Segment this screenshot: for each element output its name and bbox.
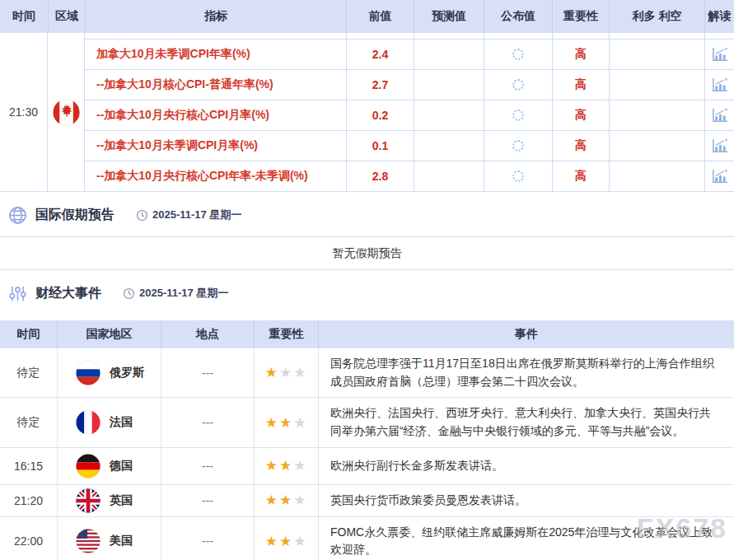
events-section-title: 财经大事件	[35, 285, 101, 302]
col-header-importance: 重要性	[552, 0, 609, 33]
event-row: 21:20英国---★★★英国央行货币政策委员曼恩发表讲话。	[0, 484, 734, 516]
country-name: 德国	[110, 459, 133, 474]
chart-icon[interactable]	[704, 70, 734, 100]
event-country: 法国	[57, 398, 161, 446]
event-importance: ★★★	[254, 448, 318, 484]
event-time: 22:00	[0, 517, 57, 560]
event-location: ---	[161, 485, 254, 516]
release-time: 21:30	[0, 33, 48, 191]
importance-value: 高	[552, 100, 609, 130]
globe-icon	[8, 206, 27, 225]
holiday-section-title: 国际假期预告	[35, 207, 115, 224]
published-value	[484, 40, 552, 69]
indicator-cell	[85, 33, 346, 39]
event-description: FOMC永久票委、纽约联储主席威廉姆斯在2025年治理与文化改革会议上致欢迎辞。	[318, 517, 734, 560]
importance-value: 高	[552, 131, 609, 161]
holiday-date-text: 2025-11-17 星期一	[152, 208, 241, 222]
events-table-header: 时间 国家地区 地点 重要性 事件	[0, 320, 734, 348]
loading-spinner-icon	[512, 49, 524, 60]
bull-bear-value	[609, 70, 704, 100]
country-name: 美国	[110, 534, 133, 548]
previous-value: 0.2	[346, 100, 414, 130]
calendar-row: --加拿大10月核心CPI-普通年率(%)2.7高	[85, 69, 734, 100]
events-table: 时间 国家地区 地点 重要性 事件 待定俄罗斯---★★★国务院总理李强于11月…	[0, 320, 734, 560]
indicator-link[interactable]: 加拿大10月未季调CPI年率(%)	[85, 40, 346, 69]
events-section-date: 2025-11-17 星期一	[123, 286, 228, 301]
event-country: 美国	[57, 517, 161, 560]
star-icon: ★	[265, 415, 279, 431]
event-row: 16:15德国---★★★欧洲央行副行长金多斯发表讲话。	[0, 447, 734, 484]
col-header-importance: 重要性	[254, 320, 318, 348]
event-row: 22:00美国---★★★FOMC永久票委、纽约联储主席威廉姆斯在2025年治理…	[0, 516, 734, 560]
published-value	[484, 131, 552, 161]
col-header-location: 地点	[161, 320, 254, 348]
chart-icon[interactable]	[704, 40, 734, 69]
previous-value: 0.1	[346, 131, 414, 161]
bull-bear-cell	[609, 33, 704, 39]
forecast-value	[414, 70, 484, 100]
event-row: 待定法国---★★★欧洲央行、法国央行、西班牙央行、意大利央行、加拿大央行、英国…	[0, 397, 734, 446]
event-time: 待定	[0, 348, 57, 397]
col-header-previous: 前值	[346, 0, 414, 33]
event-location: ---	[161, 348, 254, 397]
published-value	[484, 100, 552, 130]
importance-value: 高	[552, 161, 609, 191]
star-icon: ★	[265, 365, 279, 380]
bull-bear-value	[609, 40, 704, 69]
event-location: ---	[161, 517, 254, 560]
forecast-cell	[414, 33, 484, 39]
col-header-interpret: 解读	[704, 0, 734, 33]
col-header-country: 国家地区	[57, 320, 161, 348]
event-importance: ★★★	[254, 485, 318, 516]
event-row: 待定俄罗斯---★★★国务院总理李强于11月17日至18日出席在俄罗斯莫斯科举行…	[0, 348, 734, 397]
published-cell	[484, 33, 552, 39]
event-time: 待定	[0, 398, 57, 446]
holiday-empty-box: 暂无假期预告	[0, 236, 734, 270]
holiday-empty-message: 暂无假期预告	[333, 246, 402, 261]
published-value	[484, 70, 552, 100]
indicator-link[interactable]: --加拿大10月央行核心CPI月率(%)	[85, 100, 346, 130]
event-country: 德国	[57, 448, 161, 484]
economic-calendar-page: 时间 区域 指标 前值 预测值 公布值 重要性 利多 利空 解读 21:30	[0, 0, 734, 560]
loading-spinner-icon	[512, 79, 524, 91]
star-icon: ★	[265, 534, 279, 549]
indicator-link[interactable]: --加拿大10月央行核心CPI年率-未季调(%)	[85, 161, 346, 191]
star-icon: ★	[279, 458, 293, 474]
chart-icon[interactable]	[704, 161, 734, 191]
clock-icon	[136, 209, 148, 222]
bull-bear-value	[609, 161, 704, 191]
country-name: 俄罗斯	[110, 366, 144, 380]
events-section-header: 财经大事件 2025-11-17 星期一	[5, 282, 734, 304]
bull-bear-value	[609, 131, 704, 161]
sliders-icon	[8, 284, 27, 303]
holiday-section-date: 2025-11-17 星期一	[136, 208, 241, 222]
col-header-event: 事件	[318, 320, 734, 348]
event-time: 21:20	[0, 485, 57, 516]
calendar-rows: 加拿大10月未季调CPI年率(%)2.4高--加拿大10月核心CPI-普通年率(…	[85, 33, 734, 191]
previous-value: 2.4	[346, 40, 414, 69]
chart-icon[interactable]	[704, 100, 734, 130]
forecast-value	[414, 161, 484, 191]
indicator-link[interactable]: --加拿大10月核心CPI-普通年率(%)	[85, 70, 346, 100]
indicator-link[interactable]: --加拿大10月未季调CPI月率(%)	[85, 131, 346, 161]
previous-value: 2.8	[346, 161, 414, 191]
calendar-row: --加拿大10月央行核心CPI年率-未季调(%)2.8高	[85, 161, 734, 191]
loading-spinner-icon	[512, 170, 524, 182]
events-date-text: 2025-11-17 星期一	[139, 286, 228, 301]
chart-icon[interactable]	[704, 131, 734, 161]
forecast-value	[414, 100, 484, 130]
country-name: 法国	[110, 415, 133, 430]
events-rows: 待定俄罗斯---★★★国务院总理李强于11月17日至18日出席在俄罗斯莫斯科举行…	[0, 348, 734, 560]
event-country: 俄罗斯	[57, 348, 161, 397]
event-description: 欧洲央行、法国央行、西班牙央行、意大利央行、加拿大央行、英国央行共同举办第六届“…	[318, 398, 734, 446]
col-header-forecast: 预测值	[414, 0, 484, 33]
loading-spinner-icon	[512, 110, 524, 121]
published-value	[484, 161, 552, 191]
calendar-table-header: 时间 区域 指标 前值 预测值 公布值 重要性 利多 利空 解读	[0, 0, 734, 33]
star-icon: ★	[279, 365, 293, 380]
importance-value: 高	[552, 70, 609, 100]
clock-icon	[123, 287, 135, 300]
star-icon: ★	[293, 458, 307, 474]
interpret-cell	[704, 33, 734, 39]
star-icon: ★	[265, 458, 279, 474]
